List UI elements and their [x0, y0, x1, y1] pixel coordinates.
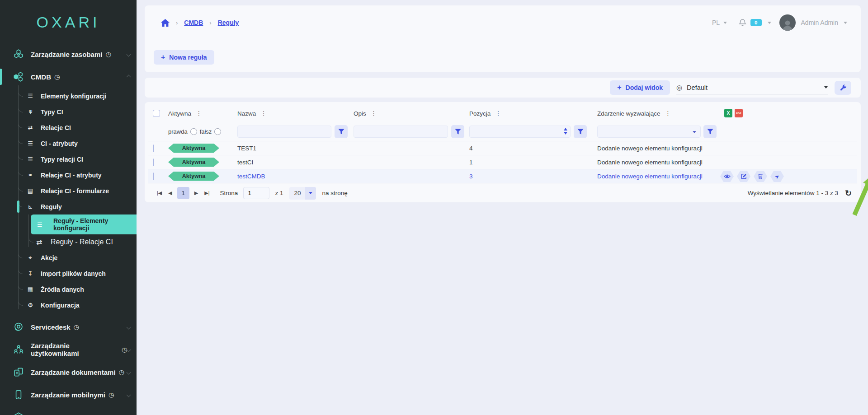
column-header[interactable]: Aktywna [168, 110, 191, 117]
filter-name-input[interactable] [237, 126, 331, 138]
view-row-button[interactable] [720, 171, 734, 182]
column-header[interactable]: Nazwa [237, 110, 256, 117]
sidebar-item-cmdb[interactable]: CMDB ◷ [0, 65, 137, 88]
filter-position-input[interactable] [469, 126, 571, 138]
cell-event: Dodanie nowego elementu konfiguracji [597, 145, 857, 152]
sidebar-item-konfiguracja[interactable]: ⚙ Konfiguracja [0, 297, 137, 313]
column-menu-icon[interactable]: ⋮ [665, 110, 671, 117]
chevron-down-icon[interactable] [723, 22, 727, 24]
import-icon: ↧ [25, 270, 35, 277]
plus-icon: + [617, 84, 621, 92]
last-page-button[interactable]: ▶| [201, 188, 212, 198]
sidebar: OXARI Zarządzanie zasobami ◷ [0, 0, 137, 415]
filter-event-select[interactable] [597, 126, 701, 138]
sidebar-item-zarzadzanie-zasobami[interactable]: Zarządzanie zasobami ◷ [0, 43, 137, 65]
row-checkbox[interactable] [153, 159, 154, 166]
avatar[interactable] [779, 14, 796, 31]
active-indicator [17, 201, 19, 213]
breadcrumb-reguly[interactable]: Reguły [218, 19, 239, 26]
filter-true-radio[interactable] [190, 128, 197, 135]
sidebar-item-zarzadzanie-mobilnymi[interactable]: Zarządzanie mobilnymi ◷ [0, 383, 137, 406]
column-header[interactable]: Zdarzenie wyzwalające [597, 110, 660, 117]
eye-icon [724, 174, 731, 179]
chevron-down-icon [127, 370, 131, 374]
number-stepper[interactable] [564, 128, 567, 135]
gears-icon: ⚙ [25, 302, 35, 308]
wrench-icon [840, 84, 847, 91]
column-header[interactable]: Opis [354, 110, 366, 117]
column-menu-icon[interactable]: ⋮ [260, 110, 267, 117]
sidebar-item-reguly-elementy-konfiguracji[interactable]: ☰ Reguły - Elementy konfiguracji [31, 214, 137, 234]
filter-false-radio[interactable] [214, 128, 221, 135]
column-menu-icon[interactable]: ⋮ [495, 110, 501, 117]
sidebar-item-zarzadzanie-uzytkownikami[interactable]: Zarządzanie użytkownikami ◷ [0, 338, 137, 361]
view-select[interactable]: ◎ Default [676, 81, 828, 94]
export-excel-icon[interactable]: X [724, 109, 732, 117]
sidebar-item-servicedesk[interactable]: Servicedesk ◷ [0, 316, 137, 338]
table-settings-button[interactable] [835, 81, 851, 95]
delete-row-button[interactable] [754, 171, 767, 182]
row-checkbox[interactable] [153, 173, 154, 180]
filter-true-label: prawda [168, 128, 188, 135]
gauge-icon: ◷ [105, 51, 111, 58]
document-icon: ▤ [25, 187, 35, 194]
next-page-button[interactable]: ▶ [191, 188, 201, 198]
filter-description-input[interactable] [354, 126, 448, 138]
page-size-select[interactable]: 20 [289, 187, 316, 200]
sidebar-item-zarzadzanie-dokumentami[interactable]: Zarządzanie dokumentami ◷ [0, 361, 137, 383]
table-row[interactable]: Aktywna testCMDB 3 Dodanie nowego elemen… [148, 169, 857, 183]
chevron-down-icon[interactable] [844, 22, 847, 24]
export-pdf-icon[interactable]: PDF [735, 109, 743, 117]
notification-badge[interactable]: 0 [750, 19, 761, 26]
table-row[interactable]: Aktywna TEST1 4 Dodanie nowego elementu … [148, 141, 857, 155]
language-selector[interactable]: PL [712, 19, 720, 26]
breadcrumb-cmdb[interactable]: CMDB [184, 19, 203, 26]
gauge-icon: ◷ [108, 391, 114, 398]
chevron-down-icon[interactable] [768, 22, 771, 24]
user-name[interactable]: Admin Admin [801, 19, 838, 26]
edit-row-button[interactable] [737, 171, 750, 182]
row-checkbox[interactable] [153, 145, 154, 152]
chart-icon: ⊾ [25, 203, 35, 210]
mobile-icon [13, 389, 24, 401]
breadcrumb-separator: › [176, 19, 178, 26]
home-icon[interactable] [161, 19, 170, 27]
filter-funnel-button[interactable] [451, 125, 464, 138]
page-number-input[interactable] [243, 187, 269, 199]
target-icon: ⌖ [25, 254, 35, 261]
table-header-row: Aktywna⋮ Nazwa⋮ Opis⋮ Pozycja⋮ Zdarzenie… [148, 105, 857, 122]
current-page-button[interactable]: 1 [177, 187, 189, 199]
refresh-icon[interactable]: ↻ [845, 188, 852, 198]
status-badge: Aktywna [168, 158, 219, 167]
cell-position: 4 [469, 145, 597, 152]
gauge-icon: ◷ [74, 323, 79, 331]
app-logo: OXARI [0, 0, 137, 31]
documents-icon [13, 366, 24, 378]
list-icon: ☰ [37, 221, 47, 228]
row-actions: ➤ [720, 171, 784, 182]
pagination-bar: |◀ ◀ 1 ▶ ▶| Strona z 1 20 na stronę Wyśw… [148, 183, 857, 203]
sidebar-item-ustawienia[interactable]: Ustawienia ◷ [0, 406, 137, 415]
cell-name-link[interactable]: testCMDB [237, 173, 354, 180]
filter-funnel-button[interactable] [703, 125, 717, 138]
link-icon: ⚭ [25, 172, 35, 178]
new-rule-button[interactable]: + Nowa reguła [154, 50, 214, 65]
users-icon [13, 344, 24, 355]
column-menu-icon[interactable]: ⋮ [196, 110, 202, 117]
add-view-button[interactable]: + Dodaj widok [610, 80, 670, 95]
send-row-button[interactable]: ➤ [770, 171, 784, 182]
filter-funnel-button[interactable] [574, 125, 587, 138]
column-menu-icon[interactable]: ⋮ [371, 110, 377, 117]
assets-hexagons-icon [13, 48, 24, 60]
sidebar-item-reguly[interactable]: ⊾ Reguły [0, 199, 137, 214]
prev-page-button[interactable]: ◀ [165, 188, 175, 198]
select-all-checkbox[interactable] [153, 110, 160, 117]
table-row[interactable]: Aktywna testCI 1 Dodanie nowego elementu… [148, 155, 857, 169]
filter-funnel-button[interactable] [335, 125, 348, 138]
first-page-button[interactable]: |◀ [154, 188, 165, 198]
bell-icon[interactable] [739, 19, 746, 27]
column-header[interactable]: Pozycja [469, 110, 491, 117]
gauge-icon: ◷ [54, 73, 60, 80]
items-summary: Wyświetlanie elementów 1 - 3 z 3 [748, 190, 838, 196]
pencil-icon [741, 173, 747, 179]
